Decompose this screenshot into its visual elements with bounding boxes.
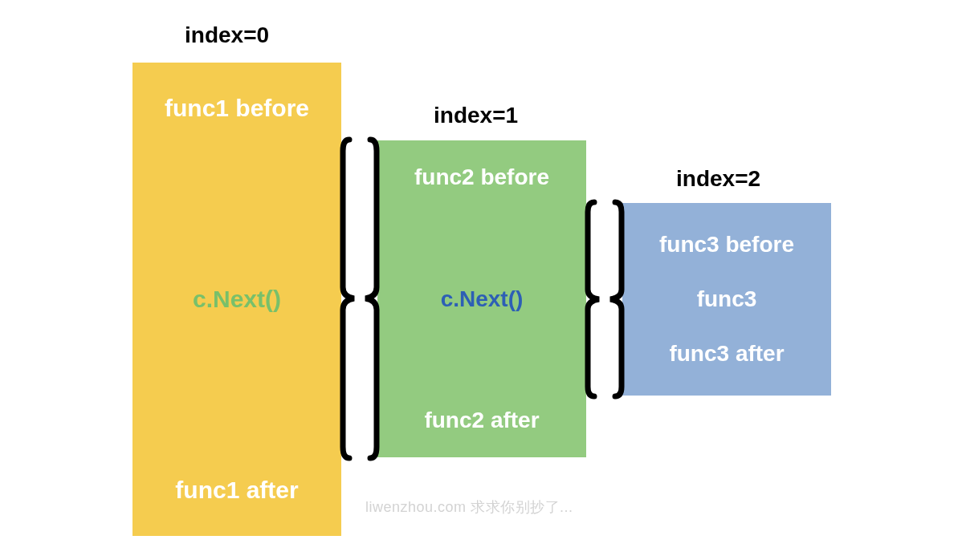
index-1-label: index=1 [434,103,518,128]
brace-1-to-2 [585,199,625,400]
func1-before-text: func1 before [165,95,309,122]
middleware-box-0: func1 before c.Next() func1 after [132,63,341,536]
index-2-label: index=2 [676,166,760,192]
func1-next-text: c.Next() [193,286,281,313]
brace-0-to-1 [340,136,380,461]
func2-after-text: func2 after [424,408,539,433]
middleware-box-1: func2 before c.Next() func2 after [377,140,586,457]
func3-before-text: func3 before [659,232,794,258]
func2-before-text: func2 before [414,164,549,190]
watermark-text: liwenzhou.com 求求你别抄了... [365,497,573,517]
middleware-box-2: func3 before func3 func3 after [622,203,831,396]
func1-after-text: func1 after [175,477,298,504]
index-0-label: index=0 [185,22,269,48]
func2-next-text: c.Next() [441,286,524,312]
func3-body-text: func3 [697,286,757,312]
func3-after-text: func3 after [669,341,784,367]
